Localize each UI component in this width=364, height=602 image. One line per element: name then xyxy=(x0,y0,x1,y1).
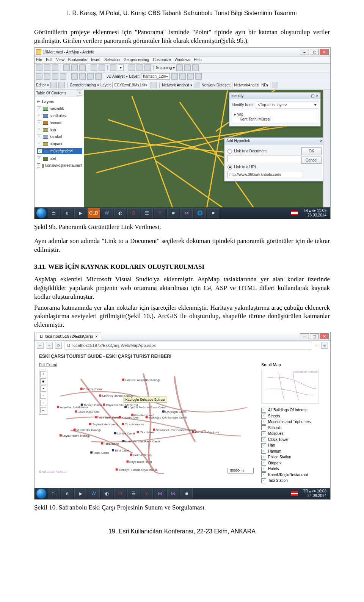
menu-item[interactable]: Selection xyxy=(104,57,120,63)
map-canvas[interactable]: Identify ▢ ✕ Identify from: <Top-most la… xyxy=(84,90,323,207)
build-icon[interactable] xyxy=(272,82,278,88)
layer-checkbox-row[interactable]: ✓Taxi Station xyxy=(261,478,326,483)
chrome-icon[interactable]: ◐ xyxy=(114,208,126,218)
checkbox-icon[interactable]: ✓ xyxy=(37,135,41,139)
chrome-icon[interactable]: ◐ xyxy=(101,489,113,499)
vs-icon[interactable]: ⋈ xyxy=(167,489,179,499)
layers-root[interactable]: 🗀Layers xyxy=(37,99,82,105)
map-poi[interactable]: Lütfiye Camii xyxy=(114,431,135,436)
doc-path-input[interactable] xyxy=(228,155,302,163)
checkbox-icon[interactable]: ✓ xyxy=(261,420,266,425)
menu-item[interactable]: Windows xyxy=(175,57,190,63)
snapping-label[interactable]: Snapping ▾ xyxy=(156,65,175,71)
tray[interactable]: TR ▴ 🕪 16:08 24.06.2014 xyxy=(301,489,329,498)
layer-checkbox-row[interactable]: ✓Otopark xyxy=(261,461,326,466)
save-icon[interactable] xyxy=(44,64,50,71)
radio-link-document[interactable]: Link to a Document xyxy=(228,149,298,154)
layer-item[interactable]: ✓mezarlık xyxy=(37,106,82,111)
zoom-control[interactable]: + ■ ▪ ▫ ▫ – xyxy=(39,370,47,415)
checkbox-icon[interactable] xyxy=(261,425,266,430)
taskbar-app-icon[interactable]: ☰ xyxy=(127,489,140,499)
zoom-level-icon[interactable]: ▫ xyxy=(40,400,46,406)
select-icon[interactable] xyxy=(71,73,78,80)
layer-item[interactable]: ✓karakol xyxy=(37,134,82,140)
snap-point-icon[interactable] xyxy=(176,64,183,71)
cancel-button[interactable]: Cancel xyxy=(301,157,322,164)
map-poi[interactable]: Köprülü Mehmet Paşa Camii xyxy=(124,405,166,409)
map-poi[interactable]: Eyüpoğlu Camii xyxy=(162,410,187,414)
layer-item[interactable]: ✓konak/köşk/restaurant xyxy=(37,163,82,168)
layer-checkbox-row[interactable]: ✓Streets xyxy=(261,414,326,419)
taskbar-app-icon[interactable]: ■ xyxy=(180,489,193,499)
menu-icon[interactable]: ≡ xyxy=(321,342,328,349)
route-icon[interactable] xyxy=(194,82,200,88)
back-icon[interactable]: ← xyxy=(37,342,44,349)
georef-layer-combo[interactable]: ECYüzyıl19Ms1.tif ▾ xyxy=(112,82,149,88)
measure-icon[interactable] xyxy=(95,73,102,80)
georef-label[interactable]: Georeferencing ▾ xyxy=(70,83,99,88)
explorer-icon[interactable]: 🗀 xyxy=(48,489,60,499)
url-input[interactable]: http://www.360safranbolu.com/ xyxy=(228,171,302,179)
redo-icon[interactable] xyxy=(99,64,105,71)
lang-flag-icon[interactable] xyxy=(291,491,298,496)
checkbox-icon[interactable]: ✓ xyxy=(37,107,41,111)
reload-icon[interactable]: ⟳ xyxy=(55,342,62,349)
snap-edge-icon[interactable] xyxy=(184,64,191,71)
analyst-label[interactable]: 3D Analyst ▾ xyxy=(107,74,128,79)
layer-checkbox-row[interactable]: ✓Clock Tower xyxy=(261,437,326,442)
menu-item[interactable]: Edit xyxy=(46,57,52,63)
opera-icon[interactable]: O xyxy=(127,208,140,218)
opera-icon[interactable]: O xyxy=(114,489,126,499)
bookmark-icon[interactable]: ☆ xyxy=(314,342,319,349)
print-icon[interactable] xyxy=(52,64,58,71)
add-hyperlink-dialog[interactable]: Add Hyperlink ✕ Link to a Document Link … xyxy=(224,137,323,182)
identify-dialog[interactable]: Identify ▢ ✕ Identify from: <Top-most la… xyxy=(229,92,321,127)
map-poi[interactable]: Cinci Hanı xyxy=(137,430,154,434)
taskbar-app-icon[interactable]: ■ xyxy=(167,208,179,218)
add-data-icon[interactable] xyxy=(110,64,116,71)
find-icon[interactable] xyxy=(87,73,94,80)
checkbox-icon[interactable]: ✓ xyxy=(261,472,266,477)
map-poi[interactable]: İzzet Mehmet Paşa Camii xyxy=(122,439,160,444)
map-poi[interactable]: Mumtazlar Konağı xyxy=(73,428,101,432)
cld-icon[interactable]: CLD xyxy=(88,208,100,218)
pan-icon[interactable] xyxy=(52,73,58,80)
edit-vertex-icon[interactable] xyxy=(58,82,65,88)
map-poi[interactable]: Selvili Köşk Otel xyxy=(75,410,100,414)
word-icon[interactable]: W xyxy=(101,208,113,218)
layer-item[interactable]: ✓saatkulesi xyxy=(37,113,82,119)
checkbox-icon[interactable]: ✓ xyxy=(37,121,41,125)
toolbox-icon[interactable] xyxy=(129,64,135,71)
ie-icon[interactable]: e xyxy=(61,489,73,499)
start-button[interactable] xyxy=(36,208,47,218)
map-poi[interactable]: Eski Cami xyxy=(112,448,129,453)
layer-item[interactable]: ✓otel xyxy=(37,156,82,161)
layer-item[interactable]: ✓müze/gezievi xyxy=(37,148,82,154)
lang-flag-icon[interactable] xyxy=(291,211,298,215)
open-icon[interactable] xyxy=(36,64,42,71)
zoom-level-icon[interactable]: ▪ xyxy=(40,386,46,392)
maximize-icon[interactable]: ▢ xyxy=(310,333,319,339)
media-icon[interactable]: ▶ xyxy=(74,208,86,218)
identify-tree-node[interactable]: ▸ yapı xyxy=(234,112,315,117)
layer-item[interactable]: ✓otopark xyxy=(37,141,82,147)
checkbox-icon[interactable]: ✓ xyxy=(261,414,266,419)
net-dataset-combo[interactable]: NetworkAnalizi_ND ▾ xyxy=(232,82,270,88)
paste-icon[interactable] xyxy=(79,64,86,71)
identify-icon[interactable] xyxy=(79,73,86,80)
menu-item[interactable]: Help xyxy=(194,57,202,63)
layer-item[interactable]: ✓hamam xyxy=(37,120,82,125)
map-poi[interactable]: Kaya Butik Hotel xyxy=(126,460,152,464)
checkbox-icon[interactable]: ✓ xyxy=(261,437,266,442)
map-poi[interactable]: Eyüpoğlu Çıkrıkçıoğlu Camii xyxy=(146,415,187,420)
undo-icon[interactable] xyxy=(91,64,97,71)
menu-item[interactable]: Customize xyxy=(153,57,171,63)
minimize-icon[interactable]: – xyxy=(300,333,309,339)
checkbox-icon[interactable]: ✓ xyxy=(261,443,266,448)
word-icon[interactable]: W xyxy=(88,489,100,499)
maximize-icon[interactable]: ▢ xyxy=(310,49,319,55)
net-analyst-label[interactable]: Network Analyst ▾ xyxy=(162,83,192,88)
layer-item[interactable]: ✓han xyxy=(37,127,82,133)
forward-icon[interactable]: → xyxy=(46,342,53,349)
layer-checkbox-row[interactable]: ✓Mosques xyxy=(261,431,326,436)
